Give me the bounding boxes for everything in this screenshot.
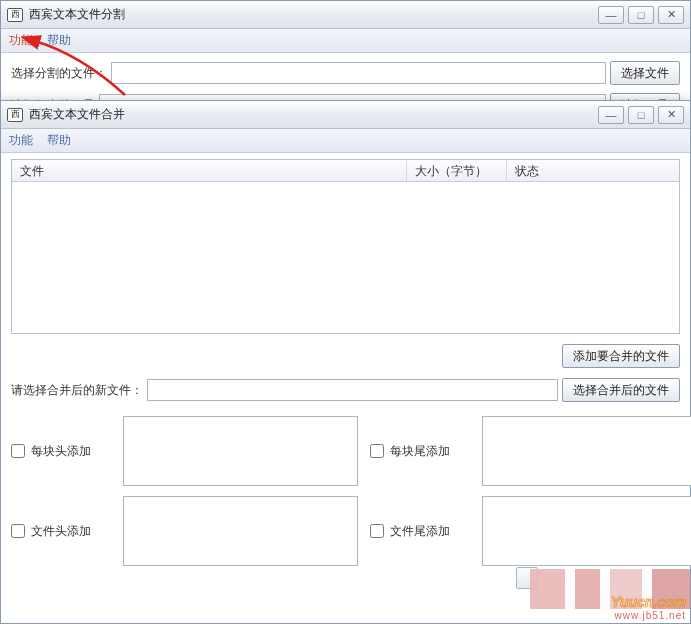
- block-head-text[interactable]: [123, 416, 358, 486]
- menu-func[interactable]: 功能: [9, 132, 33, 149]
- maximize-button[interactable]: □: [628, 6, 654, 24]
- window-controls: — □ ✕: [598, 6, 684, 24]
- app-icon: 西: [7, 108, 23, 122]
- file-head-checkbox[interactable]: [11, 524, 25, 538]
- maximize-button[interactable]: □: [628, 106, 654, 124]
- add-merge-file-button[interactable]: 添加要合并的文件: [562, 344, 680, 368]
- pixelated-region: [530, 569, 690, 609]
- file-tail-checkbox[interactable]: [370, 524, 384, 538]
- split-window-title: 西宾文本文件分割: [29, 6, 598, 23]
- menu-help[interactable]: 帮助: [47, 132, 71, 149]
- merge-window-title: 西宾文本文件合并: [29, 106, 598, 123]
- close-button[interactable]: ✕: [658, 106, 684, 124]
- merge-window: 西 西宾文本文件合并 — □ ✕ 功能 帮助 文件 大小（字节） 状态 添加要合…: [0, 100, 691, 624]
- file-tail-label: 文件尾添加: [390, 523, 450, 540]
- minimize-button[interactable]: —: [598, 106, 624, 124]
- file-head-label: 文件头添加: [31, 523, 91, 540]
- file-head-text[interactable]: [123, 496, 358, 566]
- block-tail-check[interactable]: 每块尾添加: [370, 440, 470, 462]
- block-tail-label: 每块尾添加: [390, 443, 450, 460]
- block-tail-text[interactable]: [482, 416, 691, 486]
- output-file-input[interactable]: [147, 379, 558, 401]
- file-table[interactable]: 文件 大小（字节） 状态: [11, 159, 680, 334]
- col-size[interactable]: 大小（字节）: [407, 160, 507, 181]
- app-icon: 西: [7, 8, 23, 22]
- split-titlebar[interactable]: 西 西宾文本文件分割 — □ ✕: [1, 1, 690, 29]
- split-file-input[interactable]: [111, 62, 606, 84]
- watermark-line2: www.jb51.net: [611, 610, 686, 621]
- select-file-row: 选择分割的文件： 选择文件: [11, 61, 680, 85]
- table-header: 文件 大小（字节） 状态: [12, 160, 679, 182]
- block-head-label: 每块头添加: [31, 443, 91, 460]
- block-tail-checkbox[interactable]: [370, 444, 384, 458]
- col-file[interactable]: 文件: [12, 160, 407, 181]
- file-tail-text[interactable]: [482, 496, 691, 566]
- file-tail-check[interactable]: 文件尾添加: [370, 520, 470, 542]
- merge-body: 文件 大小（字节） 状态 添加要合并的文件 请选择合并后的新文件： 选择合并后的…: [1, 153, 690, 576]
- select-output-button[interactable]: 选择合并后的文件: [562, 378, 680, 402]
- window-controls: — □ ✕: [598, 106, 684, 124]
- menu-func[interactable]: 功能: [9, 32, 33, 49]
- col-status[interactable]: 状态: [507, 160, 679, 181]
- block-head-check[interactable]: 每块头添加: [11, 440, 111, 462]
- merge-titlebar[interactable]: 西 西宾文本文件合并 — □ ✕: [1, 101, 690, 129]
- file-head-check[interactable]: 文件头添加: [11, 520, 111, 542]
- close-button[interactable]: ✕: [658, 6, 684, 24]
- add-file-row: 添加要合并的文件: [11, 344, 680, 368]
- output-file-row: 请选择合并后的新文件： 选择合并后的文件: [11, 378, 680, 402]
- merge-menubar: 功能 帮助: [1, 129, 690, 153]
- split-menubar: 功能 帮助: [1, 29, 690, 53]
- select-file-label: 选择分割的文件：: [11, 65, 107, 82]
- select-file-button[interactable]: 选择文件: [610, 61, 680, 85]
- output-file-label: 请选择合并后的新文件：: [11, 382, 143, 399]
- block-head-checkbox[interactable]: [11, 444, 25, 458]
- options-grid: 每块头添加 每块尾添加 文件头添加 文件尾添加: [11, 416, 680, 566]
- menu-help[interactable]: 帮助: [47, 32, 71, 49]
- minimize-button[interactable]: —: [598, 6, 624, 24]
